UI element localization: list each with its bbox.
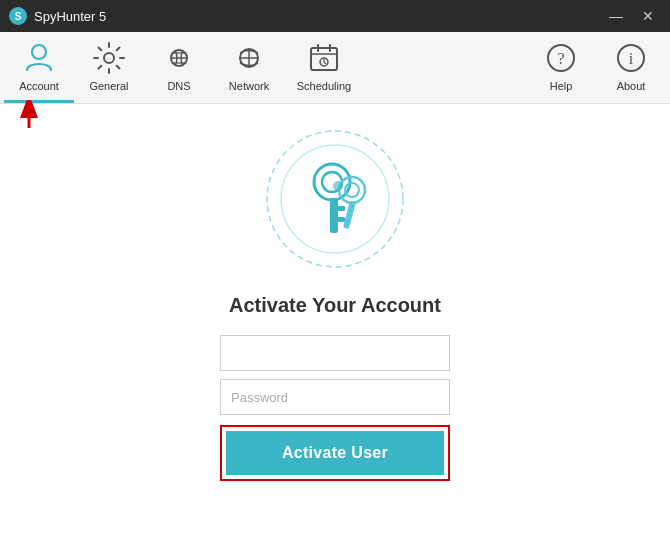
main-content: Activate Your Account Activate User (0, 104, 670, 540)
svg-line-17 (324, 62, 326, 64)
keys-icon (260, 124, 410, 274)
toolbar-item-network[interactable]: Network (214, 32, 284, 103)
account-icon (21, 40, 57, 76)
app-title: SpyHunter 5 (34, 9, 106, 24)
form-area (220, 335, 450, 415)
svg-rect-33 (343, 200, 356, 229)
app-logo: S (8, 6, 28, 26)
toolbar-item-account[interactable]: Account (4, 32, 74, 103)
svg-rect-28 (330, 198, 338, 233)
window-controls: — ✕ (602, 6, 662, 26)
general-label: General (89, 80, 128, 92)
email-input[interactable] (220, 335, 450, 371)
svg-point-31 (339, 177, 365, 203)
activate-btn-wrapper: Activate User (220, 425, 450, 481)
toolbar-item-scheduling[interactable]: Scheduling (284, 32, 364, 103)
scheduling-label: Scheduling (297, 80, 351, 92)
dns-icon (161, 40, 197, 76)
toolbar: Account General DNS (0, 32, 670, 104)
svg-point-34 (333, 181, 343, 191)
toolbar-spacer (364, 32, 526, 103)
svg-point-3 (104, 53, 114, 63)
minimize-button[interactable]: — (602, 6, 630, 26)
account-label: Account (19, 80, 59, 92)
help-label: Help (550, 80, 573, 92)
toolbar-item-about[interactable]: i About (596, 32, 666, 103)
svg-text:?: ? (557, 50, 564, 67)
toolbar-item-help[interactable]: ? Help (526, 32, 596, 103)
scheduling-icon (306, 40, 342, 76)
network-icon (231, 40, 267, 76)
password-input[interactable] (220, 379, 450, 415)
title-bar-left: S SpyHunter 5 (8, 6, 106, 26)
general-icon (91, 40, 127, 76)
title-bar: S SpyHunter 5 — ✕ (0, 0, 670, 32)
about-label: About (617, 80, 646, 92)
svg-text:S: S (15, 11, 22, 22)
dns-label: DNS (167, 80, 190, 92)
activate-user-button[interactable]: Activate User (226, 431, 444, 475)
close-button[interactable]: ✕ (634, 6, 662, 26)
svg-text:i: i (629, 50, 634, 67)
activate-title: Activate Your Account (229, 294, 441, 317)
svg-rect-30 (338, 217, 345, 222)
svg-point-2 (32, 45, 46, 59)
svg-rect-29 (338, 206, 345, 211)
svg-point-26 (314, 164, 350, 200)
toolbar-item-general[interactable]: General (74, 32, 144, 103)
toolbar-item-dns[interactable]: DNS (144, 32, 214, 103)
help-icon: ? (543, 40, 579, 76)
network-label: Network (229, 80, 269, 92)
about-icon: i (613, 40, 649, 76)
keys-icon-container (260, 124, 410, 274)
